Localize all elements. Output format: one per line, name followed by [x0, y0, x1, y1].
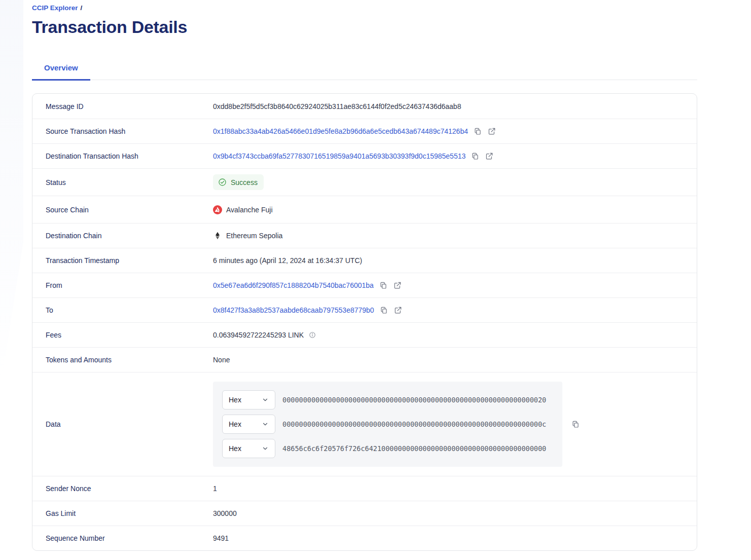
source-tx-hash-link[interactable]: 0x1f88abc33a4ab426a5466e01d9e5fe8a2b96d6…	[213, 127, 468, 135]
external-link-icon[interactable]	[393, 281, 402, 290]
data-format-selected: Hex	[229, 420, 241, 428]
breadcrumb-ccip-explorer-link[interactable]: CCIP Explorer	[32, 4, 78, 12]
to-address-link[interactable]: 0x8f427f3a3a8b2537aabde68caab797553e8779…	[213, 306, 374, 314]
table-row-from: From 0x5e67ea6d6f290f857c1888204b7540bac…	[32, 273, 697, 297]
field-label: Transaction Timestamp	[46, 256, 213, 265]
status-badge: Success	[213, 174, 264, 190]
field-label: To	[46, 306, 213, 314]
table-row-to: To 0x8f427f3a3a8b2537aabde68caab797553e8…	[32, 297, 697, 322]
field-label: Tokens and Amounts	[46, 356, 213, 364]
data-format-selected: Hex	[229, 396, 241, 404]
message-id-value: 0xdd8be2f5f5d5cf3b8640c62924025b311ae83c…	[213, 102, 461, 110]
field-label: Source Transaction Hash	[46, 127, 213, 135]
field-label: Fees	[46, 331, 213, 339]
table-row-gas-limit: Gas Limit 300000	[32, 501, 697, 526]
dest-chain-name: Ethereum Sepolia	[226, 232, 282, 240]
data-hex-value: 0000000000000000000000000000000000000000…	[282, 396, 546, 404]
field-label: Destination Chain	[46, 232, 213, 240]
field-label: Source Chain	[46, 206, 213, 214]
transaction-details-card: Message ID 0xdd8be2f5f5d5cf3b8640c629240…	[32, 93, 697, 551]
sequence-number-value: 9491	[213, 534, 229, 542]
table-row-data: Data Hex 0000000000000000000000000000000…	[32, 372, 697, 476]
table-row-sequence-number: Sequence Number 9491	[32, 526, 697, 550]
field-label: From	[46, 281, 213, 289]
table-row-message-id: Message ID 0xdd8be2f5f5d5cf3b8640c629240…	[32, 94, 697, 119]
chevron-down-icon	[262, 396, 269, 403]
external-link-icon[interactable]	[394, 306, 403, 315]
data-format-select[interactable]: Hex	[222, 439, 275, 458]
gas-limit-value: 300000	[213, 509, 237, 517]
copy-icon[interactable]	[379, 306, 388, 315]
fees-value: 0.06394592722245293 LINK	[213, 331, 304, 339]
tab-bar: Overview	[32, 59, 697, 80]
table-row-dest-tx-hash: Destination Transaction Hash 0x9b4cf3743…	[32, 143, 697, 168]
field-label: Destination Transaction Hash	[46, 152, 213, 160]
data-line: Hex 48656c6c6f20576f726c6421000000000000…	[222, 439, 553, 458]
timestamp-value: 6 minutes ago (April 12, 2024 at 16:34:3…	[213, 256, 362, 265]
external-link-icon[interactable]	[487, 127, 496, 136]
copy-icon[interactable]	[379, 281, 388, 290]
page-title: Transaction Details	[32, 17, 697, 37]
copy-icon[interactable]	[471, 152, 480, 161]
chevron-down-icon	[262, 421, 269, 428]
data-hex-value: 0000000000000000000000000000000000000000…	[282, 420, 546, 428]
transaction-details-page: CCIP Explorer/ Transaction Details Overv…	[0, 0, 751, 560]
tab-overview[interactable]: Overview	[32, 59, 90, 81]
field-label: Data	[46, 420, 213, 428]
table-row-dest-chain: Destination Chain Ethereum Sepolia	[32, 223, 697, 248]
table-row-source-tx-hash: Source Transaction Hash 0x1f88abc33a4ab4…	[32, 119, 697, 143]
copy-icon[interactable]	[473, 127, 482, 136]
field-label: Message ID	[46, 102, 213, 110]
dest-tx-hash-link[interactable]: 0x9b4cf3743ccba69fa5277830716519859a9401…	[213, 152, 466, 160]
data-format-select[interactable]: Hex	[222, 415, 275, 434]
info-icon[interactable]	[309, 331, 316, 339]
table-row-sender-nonce: Sender Nonce 1	[32, 476, 697, 501]
field-label: Sequence Number	[46, 534, 213, 542]
chevron-down-icon	[262, 445, 269, 452]
data-format-selected: Hex	[229, 444, 241, 453]
check-circle-icon	[218, 178, 227, 186]
field-label: Status	[46, 178, 213, 186]
table-row-tokens: Tokens and Amounts None	[32, 347, 697, 372]
external-link-icon[interactable]	[485, 152, 494, 161]
copy-icon[interactable]	[571, 420, 580, 429]
data-line: Hex 000000000000000000000000000000000000…	[222, 390, 553, 409]
breadcrumb: CCIP Explorer/	[32, 3, 697, 12]
source-chain-name: Avalanche Fuji	[226, 206, 273, 214]
field-label: Gas Limit	[46, 509, 213, 517]
ethereum-icon	[213, 231, 222, 240]
avalanche-icon	[213, 205, 222, 214]
status-badge-label: Success	[231, 178, 258, 186]
tokens-value: None	[213, 356, 230, 364]
table-row-status: Status Success	[32, 168, 697, 196]
table-row-fees: Fees 0.06394592722245293 LINK	[32, 322, 697, 347]
data-hex-value: 48656c6c6f20576f726c64210000000000000000…	[282, 444, 546, 453]
from-address-link[interactable]: 0x5e67ea6d6f290f857c1888204b7540bac76001…	[213, 281, 374, 289]
table-row-timestamp: Transaction Timestamp 6 minutes ago (Apr…	[32, 248, 697, 273]
sender-nonce-value: 1	[213, 484, 217, 493]
table-row-source-chain: Source Chain Avalanche Fuji	[32, 196, 697, 223]
data-line: Hex 000000000000000000000000000000000000…	[222, 415, 553, 434]
field-label: Sender Nonce	[46, 484, 213, 493]
data-format-select[interactable]: Hex	[222, 390, 275, 409]
breadcrumb-separator: /	[81, 4, 83, 12]
data-hex-panel: Hex 000000000000000000000000000000000000…	[213, 382, 562, 467]
